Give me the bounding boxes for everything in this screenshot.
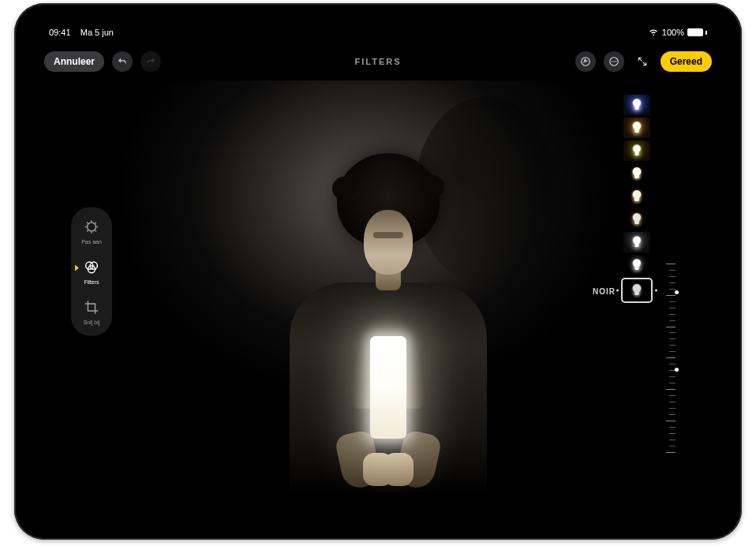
crop-icon	[83, 299, 100, 316]
cancel-button[interactable]: Annuleer	[44, 51, 104, 72]
status-date: Ma 5 jun	[80, 28, 114, 37]
filter-thumb[interactable]	[623, 209, 650, 230]
svg-point-5	[88, 223, 96, 231]
filter-thumb-selected[interactable]	[621, 278, 653, 303]
adjust-icon	[83, 219, 100, 236]
filter-thumb[interactable]	[623, 186, 650, 207]
battery-percent: 100%	[662, 28, 684, 37]
slider-handle-icon[interactable]	[675, 290, 679, 294]
editor-mode-title: FILTERS	[354, 57, 401, 66]
crop-mode-button[interactable]: Snij bij	[83, 299, 100, 325]
edit-mode-sidebar: Pas aan Filters Snij bij	[71, 208, 112, 336]
selected-filter-label: NOIR	[593, 287, 616, 296]
slider-marker-icon	[675, 368, 679, 372]
photo-canvas[interactable]	[113, 80, 663, 492]
photo-subject	[254, 145, 522, 492]
filter-thumb[interactable]	[623, 255, 650, 275]
wifi-icon	[648, 28, 659, 37]
adjust-mode-button[interactable]: Pas aan	[81, 219, 102, 245]
selection-dot-icon	[655, 290, 657, 292]
status-time-date: 09:41 Ma 5 jun	[49, 28, 114, 37]
crop-label: Snij bij	[84, 320, 100, 325]
status-time: 09:41	[49, 28, 71, 37]
screen: 09:41 Ma 5 jun 100% Annuleer	[30, 19, 726, 524]
more-options-button[interactable]	[604, 51, 624, 72]
undo-button[interactable]	[112, 51, 133, 72]
svg-point-3	[613, 61, 615, 62]
filter-intensity-slider[interactable]	[664, 264, 676, 453]
status-bar: 09:41 Ma 5 jun 100%	[30, 25, 726, 39]
filter-thumbnail-strip[interactable]	[620, 95, 653, 429]
svg-point-2	[612, 61, 613, 62]
filter-thumb[interactable]	[623, 232, 650, 252]
adjust-label: Pas aan	[81, 239, 102, 245]
filters-label: Filters	[84, 279, 99, 285]
done-button[interactable]: Gereed	[661, 51, 712, 72]
ipad-device-frame: 09:41 Ma 5 jun 100% Annuleer	[14, 3, 742, 540]
filter-thumb[interactable]	[623, 95, 650, 115]
selection-dot-icon	[616, 290, 619, 292]
filter-thumb[interactable]	[623, 140, 650, 161]
filter-thumb[interactable]	[623, 118, 650, 138]
battery-icon	[687, 28, 707, 36]
filter-thumb[interactable]	[623, 163, 650, 184]
filters-mode-button[interactable]: Filters	[83, 259, 100, 285]
fullscreen-button[interactable]	[632, 51, 653, 72]
active-mode-indicator-icon	[75, 265, 79, 271]
redo-button[interactable]	[140, 51, 161, 72]
markup-button[interactable]	[575, 51, 596, 72]
editor-top-toolbar: Annuleer FILTERS Gereed	[30, 46, 726, 77]
svg-point-4	[615, 61, 616, 62]
filters-icon	[83, 259, 100, 276]
